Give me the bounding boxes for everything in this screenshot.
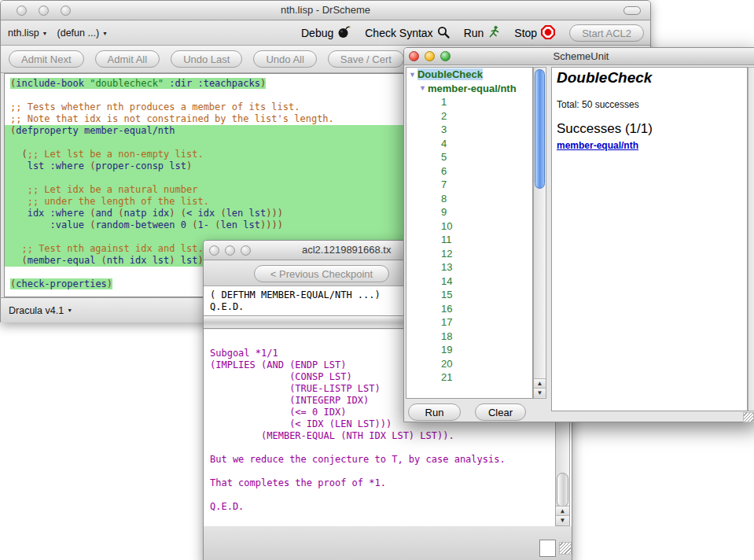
detail-scrollbar-gutter[interactable] [748,67,754,411]
file-dropdown-label: nth.lisp [8,28,39,39]
window-title: SchemeUnit [554,50,609,62]
resize-grip[interactable] [743,412,754,422]
desktop: nth.lisp - DrScheme nth.lisp ▼ (defun ..… [0,0,754,560]
tree-case-item[interactable]: 2 [406,109,532,123]
tree-case-item[interactable]: 4 [406,137,532,151]
toolbar-right: Debug Check Syntax Run [301,21,644,45]
search-icon [437,26,450,41]
stop-label: Stop [514,27,537,39]
tree-scrollbar[interactable]: ▲ ▼ [533,67,546,399]
start-acl2-button[interactable]: Start ACL2 [569,24,644,42]
proof-line: Q.E.D. [210,501,572,513]
bomb-icon [337,25,351,41]
language-dropdown[interactable]: Dracula v4.1 ▼ [9,305,72,316]
admit-next-button[interactable]: Admit Next [9,50,84,68]
runner-icon [487,25,500,41]
scroll-down-arrow[interactable]: ▼ [556,515,569,525]
scrollbar-arrows: ▲ ▼ [534,378,546,397]
tree-item-label: DoubleCheck [417,68,483,80]
run-label: Run [464,27,484,39]
run-tests-button[interactable]: Run [408,403,461,421]
admit-all-button[interactable]: Admit All [95,50,160,68]
tree-case-item[interactable]: 8 [406,192,532,206]
expander-triangle-icon[interactable]: ▼ [419,84,426,92]
chevron-down-icon: ▼ [102,31,108,36]
tree-case-item[interactable]: 6 [406,164,532,179]
close-button[interactable] [409,51,419,61]
stop-icon [541,25,555,42]
proof-line [210,466,572,477]
minimize-button[interactable] [225,245,235,256]
minimize-button[interactable] [39,6,49,16]
tree-case-item[interactable]: 10 [406,219,532,234]
close-button[interactable] [209,245,219,256]
scroll-up-arrow[interactable]: ▲ [534,378,546,388]
schemeunit-window: SchemeUnit ▼ DoubleCheck ▼ member-equal/… [403,47,754,422]
tree-case-item[interactable]: 21 [406,370,532,385]
tree-case-item[interactable]: 11 [406,233,532,247]
file-dropdown[interactable]: nth.lisp ▼ [8,28,48,39]
proof-line: That completes the proof of *1. [210,477,572,489]
proof-line: (MEMBER-EQUAL (NTH IDX LST) LST)). [210,430,572,442]
tree-case-item[interactable]: 15 [406,288,532,302]
window-title: nth.lisp - DrScheme [281,4,370,16]
tree-case-item[interactable]: 19 [406,343,532,357]
scroll-up-arrow[interactable]: ▲ [556,506,569,515]
check-syntax-label: Check Syntax [365,27,432,39]
scrollbar-arrows: ▲ ▼ [556,506,569,525]
undo-all-button[interactable]: Undo All [253,50,316,68]
tree-case-item[interactable]: 16 [406,302,532,316]
debug-button[interactable]: Debug [301,25,351,41]
tree-case-item[interactable]: 20 [406,357,532,371]
expander-triangle-icon[interactable]: ▼ [409,71,416,79]
save-certify-button[interactable]: Save / Cert [328,50,404,68]
detail-heading: DoubleCheck [557,69,747,87]
total-successes-text: Total: 50 successes [557,99,747,110]
proof-line [210,489,572,501]
resize-grip[interactable] [559,542,572,554]
tree-case-item[interactable]: 1 [406,95,532,109]
tree-case-item[interactable]: 18 [406,330,532,344]
tree-case-item[interactable]: 5 [406,150,532,164]
undo-last-button[interactable]: Undo Last [171,50,242,68]
stop-button[interactable]: Stop [514,25,555,42]
tree-case-item[interactable]: 3 [406,123,532,137]
drscheme-toolbar: nth.lisp ▼ (defun ...) ▼ Debug Check Syn… [1,21,650,46]
zoom-button[interactable] [440,51,451,61]
test-tree: ▼ DoubleCheck ▼ member-equal/nth 1234567… [406,67,533,399]
chevron-down-icon: ▼ [67,308,72,313]
chevron-down-icon: ▼ [42,31,48,36]
defun-dropdown[interactable]: (defun ...) ▼ [57,28,108,39]
tree-case-item[interactable]: 17 [406,315,532,330]
run-button[interactable]: Run [464,25,501,41]
tree-case-item[interactable]: 7 [406,178,532,192]
tree-case-item[interactable]: 13 [406,260,532,274]
schemeunit-titlebar[interactable]: SchemeUnit [404,48,754,65]
scroll-down-arrow[interactable]: ▼ [534,388,546,397]
status-box[interactable] [539,540,556,557]
debug-label: Debug [301,27,333,39]
scrollbar-thumb[interactable] [557,473,568,507]
zoom-button[interactable] [61,6,71,16]
test-detail-pane: DoubleCheck Total: 50 successes Successe… [551,67,748,411]
tree-case-item[interactable]: 9 [406,205,532,219]
scrollbar-thumb[interactable] [535,69,545,189]
acl2-bottom-bar [204,526,572,560]
clear-button[interactable]: Clear [475,403,526,421]
zoom-button[interactable] [241,245,251,256]
successes-heading: Successes (1/1) [557,121,747,137]
tree-item-doublecheck[interactable]: ▼ DoubleCheck [406,68,532,82]
tree-case-item[interactable]: 14 [406,274,532,289]
success-test-link[interactable]: member-equal/nth [557,140,638,151]
drscheme-titlebar[interactable]: nth.lisp - DrScheme [1,1,650,20]
tree-item-member-equal-nth[interactable]: ▼ member-equal/nth [406,82,532,96]
previous-checkpoint-button[interactable]: < Previous Checkpoint [254,265,389,282]
minimize-button[interactable] [425,51,435,61]
close-button[interactable] [17,6,27,16]
check-syntax-button[interactable]: Check Syntax [365,26,449,41]
collapse-widget[interactable] [623,6,641,15]
tree-item-label: member-equal/nth [428,83,517,94]
tree-case-list: 123456789101112131415161718192021 [406,95,532,385]
window-title: acl2.1219891668.tx [302,241,391,260]
tree-case-item[interactable]: 12 [406,247,532,261]
